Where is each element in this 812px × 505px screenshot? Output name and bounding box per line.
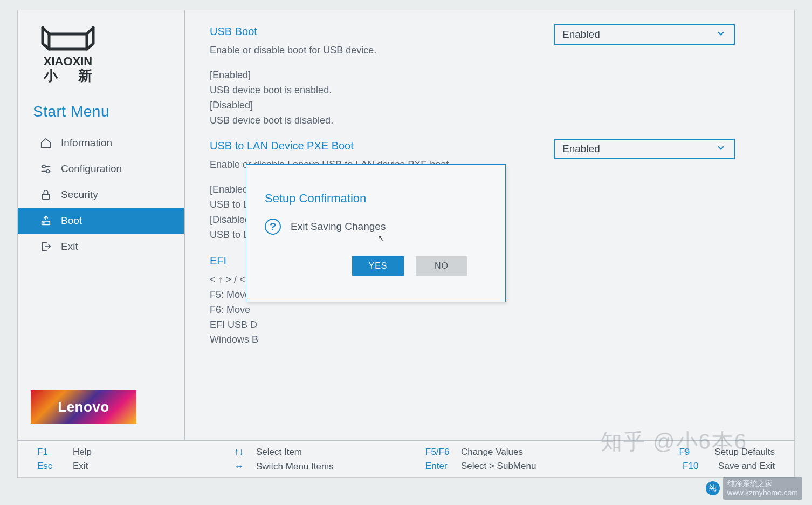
- setup-confirmation-dialog: Setup Confirmation ? Exit Saving Changes…: [246, 164, 506, 302]
- hotkey-label: Switch Menu Items: [256, 461, 334, 472]
- sidebar-item-information[interactable]: Information: [18, 130, 184, 156]
- svg-point-4: [44, 222, 44, 223]
- hotkey-label: Setup Defaults: [714, 447, 775, 458]
- usb-lan-pxe-select[interactable]: Enabled: [554, 139, 735, 159]
- sidebar-title: Start Menu: [18, 90, 184, 130]
- hint-line: [Disabled]: [210, 98, 773, 113]
- hotkey-key: F5/F6: [425, 447, 451, 458]
- hotkey-label: Select Item: [256, 447, 302, 458]
- no-button[interactable]: NO: [416, 256, 467, 276]
- svg-rect-2: [43, 194, 50, 199]
- vendor-label: Lenovo: [58, 399, 109, 415]
- hint-line: USB device boot is enabled.: [210, 83, 773, 98]
- hotkey-enter: Enter Select > SubMenu: [425, 461, 625, 472]
- hotkey-key: Esc: [37, 461, 63, 472]
- usb-boot-hints: [Enabled] USB device boot is enabled. [D…: [210, 68, 773, 128]
- hotkey-label: Change Values: [461, 447, 523, 458]
- lock-icon: [39, 188, 52, 201]
- sidebar-item-label: Boot: [61, 215, 82, 227]
- sidebar-item-exit[interactable]: Exit: [18, 234, 184, 260]
- logo-text-main: XIAOXIN: [44, 54, 92, 68]
- hotkey-f10: F10 Save and Exit: [683, 461, 775, 472]
- lenovo-badge: Lenovo: [31, 390, 136, 424]
- chevron-down-icon: [715, 28, 726, 42]
- usb-lan-pxe-value: Enabled: [562, 143, 600, 155]
- hotkey-label: Exit: [73, 461, 88, 472]
- chevron-down-icon: [715, 142, 726, 156]
- hint-line: [Enabled]: [210, 68, 773, 83]
- svg-point-1: [46, 170, 50, 173]
- svg-point-0: [43, 165, 46, 168]
- usb-boot-select[interactable]: Enabled: [554, 24, 735, 45]
- dialog-message: Exit Saving Changes: [291, 221, 386, 233]
- exit-icon: [39, 240, 52, 253]
- hotkey-label: Select > SubMenu: [461, 461, 536, 472]
- sidebar: XIAOXIN 小 新 Start Menu Information: [18, 10, 185, 440]
- brand-logo: XIAOXIN 小 新: [18, 16, 184, 90]
- hint-line: EFI USB D: [210, 318, 773, 333]
- hotkey-key: F10: [683, 461, 708, 472]
- boot-icon: [39, 214, 52, 227]
- xiaoxin-logo-icon: XIAOXIN 小 新: [33, 23, 103, 83]
- arrows-horizontal-icon: ↔: [231, 461, 246, 472]
- sidebar-item-configuration[interactable]: Configuration: [18, 156, 184, 182]
- hotkey-label: Help: [73, 447, 92, 458]
- hotkey-label: Save and Exit: [718, 461, 775, 472]
- sidebar-item-label: Configuration: [61, 163, 122, 175]
- hotkey-key: F9: [679, 447, 705, 458]
- hint-line: Windows B: [210, 332, 773, 347]
- site-watermark: 纯 纯净系统之家 www.kzmyhome.com: [706, 477, 802, 500]
- sidebar-item-label: Exit: [61, 241, 78, 252]
- sidebar-item-label: Information: [61, 137, 112, 149]
- hotkey-footer: F1 Help Esc Exit ↑↓ Select Item ↔ Switch…: [18, 440, 794, 477]
- home-icon: [39, 137, 52, 149]
- site-name: 纯净系统之家: [727, 479, 773, 488]
- hotkey-key: Enter: [425, 461, 451, 472]
- hotkey-updown: ↑↓ Select Item: [231, 446, 425, 458]
- arrows-vertical-icon: ↑↓: [231, 446, 246, 458]
- sliders-icon: [39, 162, 52, 175]
- sidebar-item-boot[interactable]: Boot: [18, 208, 184, 234]
- usb-boot-value: Enabled: [562, 29, 600, 40]
- logo-text-sub-right: 新: [78, 67, 92, 83]
- hotkey-key: F1: [37, 447, 63, 458]
- sidebar-item-security[interactable]: Security: [18, 182, 184, 208]
- hotkey-f9: F9 Setup Defaults: [679, 447, 775, 458]
- hotkey-leftright: ↔ Switch Menu Items: [231, 461, 425, 472]
- logo-text-sub-left: 小: [43, 67, 58, 83]
- hotkey-f1: F1 Help: [37, 447, 231, 458]
- site-url: www.kzmyhome.com: [727, 488, 798, 497]
- hint-line: F6: Move: [210, 303, 773, 318]
- dialog-title: Setup Confirmation: [265, 192, 487, 206]
- sidebar-item-label: Security: [61, 189, 98, 201]
- usb-boot-desc: Enable or disable boot for USB device.: [210, 43, 501, 58]
- yes-button[interactable]: YES: [352, 256, 404, 276]
- question-icon: ?: [265, 219, 281, 235]
- usb-boot-section: USB Boot Enabled Enable or disable boot …: [210, 25, 773, 128]
- site-badge-icon: 纯: [706, 481, 720, 495]
- sidebar-menu: Information Configuration Security: [18, 130, 184, 260]
- hotkey-f5f6: F5/F6 Change Values: [425, 447, 625, 458]
- hint-line: USB device boot is disabled.: [210, 113, 773, 128]
- hotkey-esc: Esc Exit: [37, 461, 231, 472]
